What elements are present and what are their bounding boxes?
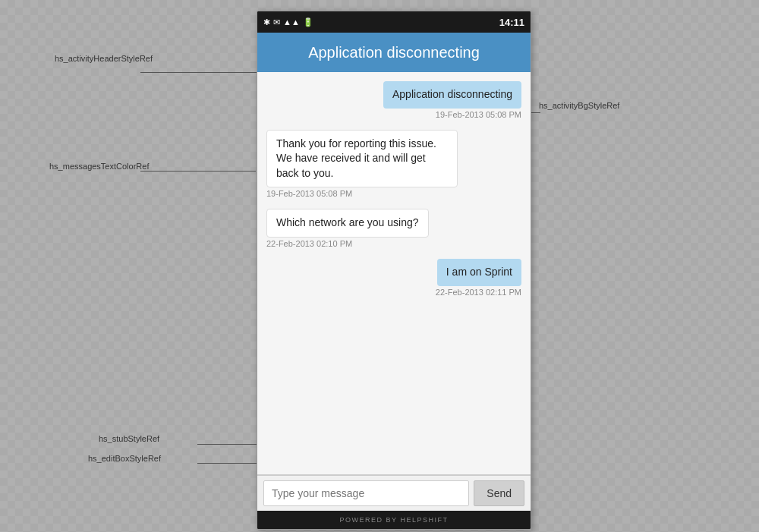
status-icons: ✱ ✉ ▲▲ 🔋	[263, 17, 313, 27]
notifications-icon: ✉	[273, 17, 280, 27]
timestamp-3: 22-Feb-2013 02:10 PM	[266, 239, 352, 248]
signal-icon: ▲▲	[283, 17, 300, 27]
send-button[interactable]: Send	[474, 480, 524, 506]
timestamp-4: 22-Feb-2013 02:11 PM	[436, 288, 521, 297]
stub-line	[197, 444, 258, 445]
message-row-3: Which network are you using? 22-Feb-2013…	[266, 209, 521, 256]
bubble-2: Thank you for reporting this issue. We h…	[266, 130, 458, 188]
header-style-annotation: hs_activityHeaderStyleRef	[55, 54, 153, 63]
app-footer: POWERED BY HELPSHIFT	[257, 511, 531, 529]
powered-by-label: POWERED BY HELPSHIFT	[340, 516, 449, 524]
message-row-1: Application disconnecting 19-Feb-2013 05…	[266, 81, 521, 127]
input-area: Send	[257, 475, 531, 511]
message-input[interactable]	[263, 480, 469, 506]
bubble-3: Which network are you using?	[266, 209, 429, 238]
status-bar: ✱ ✉ ▲▲ 🔋 14:11	[257, 11, 531, 33]
app-header-title: Application disconnecting	[308, 44, 480, 61]
edit-box-line	[197, 463, 258, 464]
header-style-line	[140, 72, 258, 73]
edit-box-style-annotation: hs_editBoxStyleRef	[88, 454, 161, 463]
bg-style-line	[531, 112, 540, 113]
phone-frame: ✱ ✉ ▲▲ 🔋 14:11 Application disconnecting…	[257, 11, 531, 530]
bubble-1: Application disconnecting	[383, 81, 521, 109]
message-row-4: I am on Sprint 22-Feb-2013 02:11 PM	[266, 259, 521, 304]
timestamp-2: 19-Feb-2013 05:08 PM	[266, 189, 352, 198]
chat-area: Application disconnecting 19-Feb-2013 05…	[257, 72, 531, 474]
messages-color-line	[140, 171, 256, 172]
bubble-4: I am on Sprint	[437, 259, 521, 286]
stub-style-annotation: hs_stubStyleRef	[99, 434, 159, 443]
bluetooth-icon: ✱	[263, 17, 270, 27]
message-row-2: Thank you for reporting this issue. We h…	[266, 130, 521, 206]
battery-icon: 🔋	[303, 17, 313, 27]
messages-color-annotation: hs_messagesTextColorRef	[49, 162, 149, 171]
app-header: Application disconnecting	[257, 33, 531, 72]
status-time: 14:11	[499, 17, 524, 28]
timestamp-1: 19-Feb-2013 05:08 PM	[436, 110, 521, 119]
bg-style-annotation: hs_activityBgStyleRef	[539, 101, 619, 110]
